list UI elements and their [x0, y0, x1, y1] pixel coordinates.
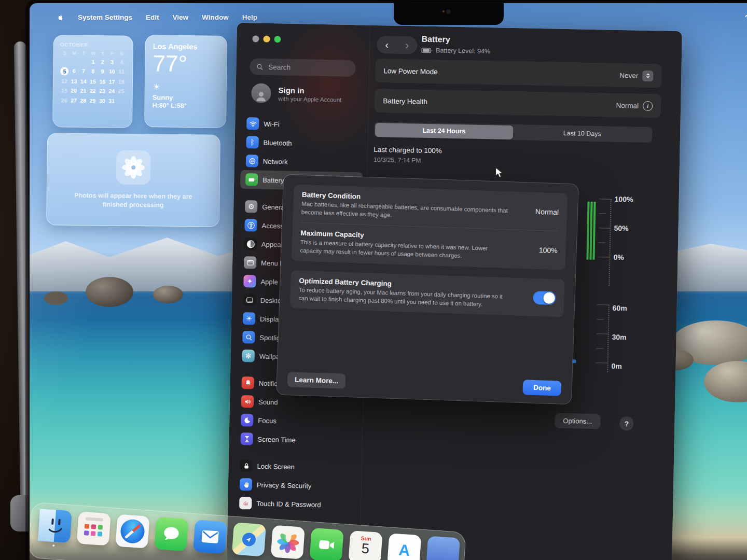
options-button[interactable]: Options...: [555, 413, 600, 429]
help-button[interactable]: ?: [619, 416, 634, 431]
camera-led: [442, 10, 445, 12]
sidebar-item-focus[interactable]: Focus: [236, 411, 358, 432]
axis-label: 60m: [613, 304, 627, 313]
calendar-day: 6: [69, 67, 78, 75]
calendar-day: 25: [116, 87, 126, 95]
menu-item-window[interactable]: Window: [202, 13, 229, 21]
gear-icon: ⚙: [245, 200, 257, 213]
hand-icon: [240, 478, 252, 491]
dock-mail-icon[interactable]: [193, 520, 227, 554]
sign-in-subtitle: with your Apple Account: [278, 95, 341, 103]
dock-calendar-icon[interactable]: Sun 5: [348, 530, 382, 560]
globe-icon: [246, 155, 258, 167]
menubar-wifi-icon[interactable]: [744, 11, 747, 24]
axis-label: 30m: [612, 333, 626, 342]
weather-widget[interactable]: Los Angeles 77° ☀ Sunny H:80° L:58°: [144, 35, 227, 128]
page-title: Battery: [421, 35, 450, 45]
window-traffic-lights: [252, 35, 281, 43]
running-indicator: [52, 544, 54, 547]
row-value: Normal: [616, 101, 639, 109]
row-value: Never: [619, 71, 638, 79]
menu-item-edit[interactable]: Edit: [146, 13, 159, 21]
battery-icon: [245, 173, 258, 186]
sidebar-item-network[interactable]: Network: [241, 151, 364, 173]
close-button[interactable]: [252, 35, 259, 42]
calendar-day: 10: [107, 67, 117, 75]
done-button[interactable]: Done: [523, 380, 562, 396]
history-nav: ‹ ›: [377, 36, 418, 54]
calendar-day: 18: [117, 78, 126, 86]
calendar-day: 17: [107, 78, 116, 86]
sidebar-item-touch-id[interactable]: Touch ID & Password: [234, 494, 357, 515]
dock-messages-icon[interactable]: [154, 517, 188, 551]
moon-icon: [241, 414, 253, 426]
menu-item-view[interactable]: View: [173, 13, 189, 21]
sidebar-item-lock-screen[interactable]: Lock Screen: [234, 456, 357, 478]
calendar-day: 29: [88, 96, 97, 104]
learn-more-button[interactable]: Learn More...: [287, 372, 346, 389]
calendar-day: 28: [78, 96, 88, 104]
sidebar-item-privacy-security[interactable]: Privacy & Security: [234, 475, 357, 496]
apple-menu-icon[interactable]: [57, 13, 64, 22]
calendar-widget[interactable]: OCTOBER S M T W T F S 1 2 3 4 5 6 7 8 9 …: [52, 35, 133, 128]
calendar-day-header: W: [88, 51, 98, 56]
calendar-day-header: M: [70, 51, 79, 56]
sidebar-item-label: Wi-Fi: [264, 120, 280, 128]
hourglass-icon: [240, 432, 253, 445]
photos-widget[interactable]: Photos will appear here when they are fi…: [46, 133, 220, 227]
chevron-up-down-icon: [645, 73, 651, 79]
calendar-day: 7: [79, 67, 88, 75]
photo-of-macbook: System Settings Edit View Window Help OC…: [0, 0, 747, 560]
weather-sun-icon: ☀: [153, 82, 219, 93]
forward-button[interactable]: ›: [405, 39, 409, 51]
optimized-charging-toggle[interactable]: [533, 290, 556, 304]
sidebar-item-screen-time[interactable]: Screen Time: [235, 429, 358, 451]
wallpaper-flower-icon: ✻: [242, 349, 255, 362]
sign-in-row[interactable]: Sign in with your Apple Account: [251, 83, 342, 104]
dock-photos-icon[interactable]: [271, 525, 305, 559]
chart-bar: [592, 202, 596, 260]
time-range-segmented-control: Last 24 Hours Last 10 Days: [374, 122, 652, 143]
accessibility-icon: [244, 219, 257, 231]
dock-launchpad-icon[interactable]: [77, 511, 111, 545]
tab-last-24-hours[interactable]: Last 24 Hours: [375, 122, 513, 139]
dock-app-icon[interactable]: [426, 536, 460, 560]
back-button[interactable]: ‹: [385, 39, 389, 51]
avatar: [251, 83, 271, 103]
calendar-day-header: S: [117, 51, 126, 56]
search-input[interactable]: [267, 62, 340, 73]
tab-last-10-days[interactable]: Last 10 Days: [513, 125, 652, 142]
last-charged-time: 10/3/25, 7:14 PM: [374, 156, 421, 164]
mouse-cursor: [493, 166, 506, 179]
toggle-knob: [543, 292, 555, 304]
calendar-day: 9: [98, 67, 107, 75]
menu-bar-icon: [244, 256, 256, 269]
person-icon: [254, 89, 268, 103]
bell-icon: [242, 376, 254, 389]
dock-maps-icon[interactable]: [232, 522, 266, 556]
sidebar-search-field[interactable]: [250, 58, 356, 77]
dock-app-store-icon[interactable]: A: [387, 533, 421, 560]
zoom-button[interactable]: [274, 36, 281, 43]
weather-temperature: 77°: [153, 51, 219, 76]
dock-finder-icon[interactable]: [38, 509, 72, 543]
calendar-day: 23: [98, 87, 107, 95]
menu-app-name[interactable]: System Settings: [78, 13, 132, 21]
optimized-charging-section: Optimized Battery Charging To reduce bat…: [290, 270, 565, 317]
sidebar-item-bluetooth[interactable]: ᛒ Bluetooth: [241, 133, 364, 154]
minimize-button[interactable]: [263, 36, 270, 43]
low-power-mode-stepper[interactable]: [642, 70, 653, 81]
calendar-day: 14: [78, 77, 88, 85]
battery-health-dialog: Battery Condition Mac batteries, like al…: [276, 175, 578, 404]
sidebar-item-wifi[interactable]: Wi-Fi: [241, 114, 364, 135]
row-label: Battery Health: [383, 97, 427, 106]
info-icon[interactable]: i: [643, 101, 653, 110]
menu-item-help[interactable]: Help: [242, 13, 257, 21]
calendar-day: 21: [78, 87, 88, 95]
sidebar-item-label: Battery: [262, 176, 284, 184]
dock-safari-icon[interactable]: [115, 514, 149, 549]
calendar-day: 31: [107, 97, 116, 105]
wallpaper-rock: [86, 277, 133, 307]
dock-facetime-icon[interactable]: [310, 528, 344, 560]
sidebar-item-label: Sound: [258, 398, 278, 406]
